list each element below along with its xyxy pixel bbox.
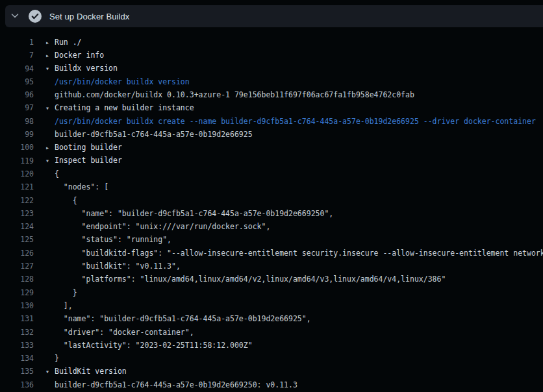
- log-line: 132 "driver": "docker-container",: [0, 326, 543, 339]
- step-header[interactable]: Set up Docker Buildx: [5, 5, 543, 27]
- output-text: "driver": "docker-container",: [34, 326, 194, 339]
- command-text: /usr/bin/docker buildx create --name bui…: [34, 115, 536, 128]
- group-title: BuildKit version: [55, 367, 127, 376]
- step-title: Set up Docker Buildx: [49, 12, 129, 21]
- line-number[interactable]: 121: [0, 180, 34, 193]
- line-number[interactable]: 94: [0, 62, 34, 75]
- log-line: 133 "lastActivity": "2023-02-25T11:58:12…: [0, 339, 543, 352]
- check-circle-icon: [29, 10, 42, 23]
- line-number[interactable]: 131: [0, 312, 34, 325]
- log-group-row[interactable]: 135▾BuildKit version: [0, 365, 543, 378]
- log-line: 123 "name": "builder-d9cfb5a1-c764-445a-…: [0, 207, 543, 220]
- output-text: "status": "running",: [34, 233, 171, 246]
- log-line: 121 "nodes": [: [0, 180, 543, 193]
- line-number[interactable]: 124: [0, 220, 34, 233]
- line-number[interactable]: 120: [0, 167, 34, 180]
- line-number[interactable]: 128: [0, 273, 34, 286]
- log-group-row[interactable]: 94▾Buildx version: [0, 62, 543, 75]
- line-number[interactable]: 122: [0, 194, 34, 207]
- log-line: 122 {: [0, 194, 543, 207]
- command-text: /usr/bin/docker buildx version: [34, 75, 190, 88]
- output-text: "buildkitd-flags": "--allow-insecure-ent…: [34, 247, 543, 260]
- line-number[interactable]: 97: [0, 101, 34, 114]
- line-number[interactable]: 133: [0, 339, 34, 352]
- output-text: builder-d9cfb5a1-c764-445a-a57e-0b19d2e6…: [34, 378, 297, 391]
- output-text: "name": "builder-d9cfb5a1-c764-445a-a57e…: [34, 312, 311, 325]
- log-group-row[interactable]: 97▾Creating a new builder instance: [0, 101, 543, 114]
- chevron-down-icon: [10, 10, 20, 23]
- log-group-row[interactable]: 100▸Booting builder: [0, 141, 543, 154]
- log-lines: 1▸Run ./7▸Docker info94▾Buildx version95…: [0, 27, 543, 392]
- log-line: 96github.com/docker/buildx 0.10.3+azure-…: [0, 88, 543, 101]
- log-line: 130 ],: [0, 299, 543, 312]
- group-title: Creating a new builder instance: [55, 103, 194, 112]
- group-title: Docker info: [55, 51, 104, 60]
- line-number[interactable]: 127: [0, 260, 34, 273]
- triangle-expanded-icon: ▾: [45, 365, 55, 378]
- output-text: {: [34, 167, 59, 180]
- log-line: 95/usr/bin/docker buildx version: [0, 75, 543, 88]
- log-group-row[interactable]: 119▾Inspect builder: [0, 154, 543, 167]
- log-line: 134}: [0, 352, 543, 365]
- line-number[interactable]: 132: [0, 326, 34, 339]
- log-line: 98/usr/bin/docker buildx create --name b…: [0, 115, 543, 128]
- line-number[interactable]: 99: [0, 128, 34, 141]
- output-text: "nodes": [: [34, 180, 108, 193]
- line-number[interactable]: 125: [0, 233, 34, 246]
- output-text: "platforms": "linux/amd64,linux/amd64/v2…: [34, 273, 446, 286]
- actions-log-viewer: Set up Docker Buildx 1▸Run ./7▸Docker in…: [0, 0, 543, 392]
- log-line: 136builder-d9cfb5a1-c764-445a-a57e-0b19d…: [0, 378, 543, 391]
- log-line: 124 "endpoint": "unix:///var/run/docker.…: [0, 220, 543, 233]
- output-text: }: [34, 286, 77, 299]
- triangle-collapsed-icon: ▸: [45, 141, 55, 154]
- log-line: 120{: [0, 167, 543, 180]
- triangle-expanded-icon: ▾: [45, 62, 55, 75]
- line-number[interactable]: 126: [0, 247, 34, 260]
- output-text: "buildkit": "v0.11.3",: [34, 260, 181, 273]
- output-text: "endpoint": "unix:///var/run/docker.sock…: [34, 220, 270, 233]
- line-number[interactable]: 1: [0, 36, 34, 49]
- log-line: 128 "platforms": "linux/amd64,linux/amd6…: [0, 273, 543, 286]
- log-line: 129 }: [0, 286, 543, 299]
- output-text: builder-d9cfb5a1-c764-445a-a57e-0b19d2e6…: [34, 128, 253, 141]
- group-title: Booting builder: [55, 143, 122, 152]
- line-number[interactable]: 130: [0, 299, 34, 312]
- log-line: 131 "name": "builder-d9cfb5a1-c764-445a-…: [0, 312, 543, 325]
- output-text: "lastActivity": "2023-02-25T11:58:12.000…: [34, 339, 253, 352]
- line-number[interactable]: 96: [0, 88, 34, 101]
- log-group-row[interactable]: 1▸Run ./: [0, 36, 543, 49]
- log-line: 126 "buildkitd-flags": "--allow-insecure…: [0, 247, 543, 260]
- output-text: "name": "builder-d9cfb5a1-c764-445a-a57e…: [34, 207, 333, 220]
- group-title: Buildx version: [55, 64, 118, 73]
- output-text: }: [34, 352, 59, 365]
- output-text: github.com/docker/buildx 0.10.3+azure-1 …: [34, 88, 414, 101]
- log-line: 127 "buildkit": "v0.11.3",: [0, 260, 543, 273]
- triangle-collapsed-icon: ▸: [45, 36, 55, 49]
- log-line: 99builder-d9cfb5a1-c764-445a-a57e-0b19d2…: [0, 128, 543, 141]
- line-number[interactable]: 7: [0, 49, 34, 62]
- triangle-expanded-icon: ▾: [45, 102, 55, 115]
- triangle-collapsed-icon: ▸: [45, 49, 55, 62]
- group-title: Run ./: [55, 38, 82, 47]
- log-group-row[interactable]: 7▸Docker info: [0, 49, 543, 62]
- line-number[interactable]: 98: [0, 115, 34, 128]
- group-title: Inspect builder: [55, 156, 122, 165]
- line-number[interactable]: 129: [0, 286, 34, 299]
- line-number[interactable]: 136: [0, 378, 34, 391]
- line-number[interactable]: 95: [0, 75, 34, 88]
- log-line: 125 "status": "running",: [0, 233, 543, 246]
- line-number[interactable]: 134: [0, 352, 34, 365]
- triangle-expanded-icon: ▾: [45, 154, 55, 167]
- line-number[interactable]: 135: [0, 365, 34, 378]
- line-number[interactable]: 119: [0, 154, 34, 167]
- output-text: {: [34, 194, 77, 207]
- collapse-step-button[interactable]: [5, 5, 25, 27]
- line-number[interactable]: 123: [0, 207, 34, 220]
- output-text: ],: [34, 299, 73, 312]
- line-number[interactable]: 100: [0, 141, 34, 154]
